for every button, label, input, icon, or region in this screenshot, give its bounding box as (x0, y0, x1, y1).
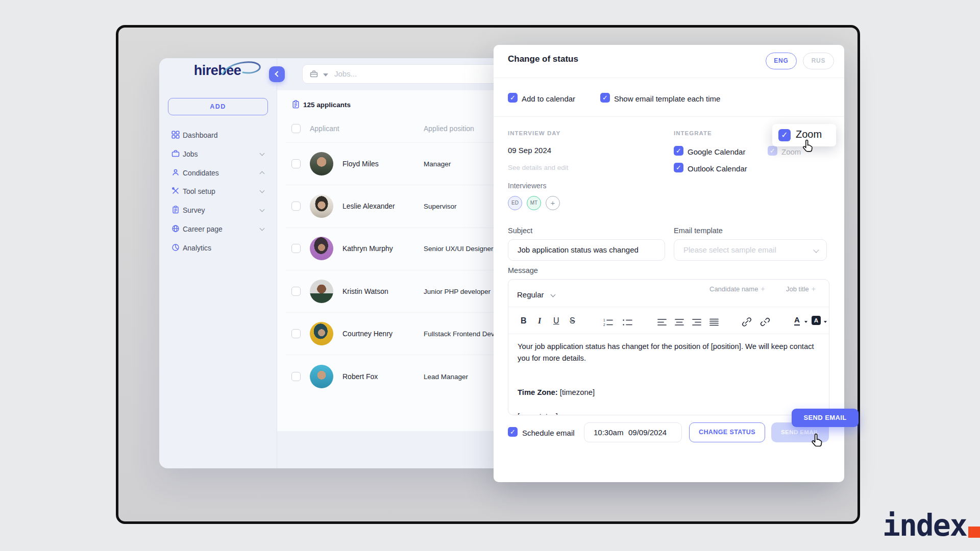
row-checkbox[interactable] (291, 159, 301, 168)
sidebar-item-label: Dashboard (183, 131, 218, 139)
unlink-icon[interactable] (760, 316, 771, 330)
sidebar-item-label: Condidates (183, 169, 219, 177)
interview-day-heading: INTERVIEW DAY (508, 130, 560, 136)
svg-text:1: 1 (603, 318, 605, 322)
chevron-down-icon (260, 151, 265, 156)
hirebee-logo: hirebee (172, 60, 263, 81)
schedule-email-label: Schedule email (522, 429, 575, 437)
timezone-label: Time Zone: (518, 388, 558, 396)
sidebar-item-analytics[interactable]: Analytics (168, 240, 271, 256)
add-interviewer-button[interactable]: + (546, 196, 560, 210)
chevron-down-icon (260, 188, 265, 193)
row-checkbox[interactable] (291, 372, 301, 381)
plus-icon: + (812, 285, 816, 293)
sidebar-item-dashboard[interactable]: Dashboard (168, 128, 271, 143)
schedule-date-value: 09/09/2024 (628, 428, 667, 437)
interview-date: 09 Sep 2024 (508, 146, 551, 155)
align-left-icon[interactable] (657, 318, 667, 328)
search-category-dropdown-icon[interactable] (323, 73, 328, 77)
row-checkbox[interactable] (291, 287, 301, 296)
insert-candidate-name-button[interactable]: Candidate name+ (709, 285, 765, 293)
italic-button[interactable]: I (538, 316, 541, 325)
sidebar-item-survey[interactable]: Survey (168, 203, 271, 218)
applied-position: Supervisor (424, 203, 457, 210)
underline-button[interactable]: U (553, 316, 559, 325)
highlight-color-button[interactable]: A (812, 316, 821, 325)
briefcase-icon (172, 149, 180, 160)
subject-input[interactable]: Job application status was changed (508, 239, 665, 261)
zoom-tooltip-checkbox[interactable]: ✓ (778, 129, 791, 141)
applicant-name: Kristin Watson (342, 287, 388, 295)
text-color-button[interactable]: A (794, 315, 800, 325)
applied-position: Manager (424, 160, 451, 168)
add-to-calendar-checkbox[interactable]: ✓ (508, 93, 518, 103)
see-details-link[interactable]: See details and edit (508, 164, 569, 171)
message-body[interactable]: Your job application status has changet … (508, 335, 829, 415)
tools-icon (172, 187, 180, 197)
column-header-applicant[interactable]: Applicant (310, 124, 339, 133)
sidebar-item-label: Career page (183, 225, 223, 233)
show-template-label: Show email template each time (614, 94, 720, 103)
sidebar-collapse-button[interactable] (269, 66, 285, 82)
insert-job-title-button[interactable]: Job title+ (786, 285, 816, 293)
email-template-label: Email template (674, 227, 723, 235)
interviewer-chip-ed[interactable]: ED (508, 196, 522, 210)
lang-eng-button[interactable]: ENG (766, 53, 797, 69)
divider (494, 78, 844, 78)
align-justify-icon[interactable] (709, 318, 719, 328)
add-button[interactable]: ADD (168, 98, 268, 115)
strikethrough-button[interactable]: S (570, 316, 575, 325)
grid-icon (172, 131, 180, 141)
insert-chip-label: Candidate name (709, 285, 758, 293)
sidebar-item-candidates[interactable]: Condidates (168, 165, 271, 181)
link-icon[interactable] (741, 316, 752, 330)
change-status-button[interactable]: CHANGE STATUS (689, 422, 765, 442)
row-checkbox[interactable] (291, 244, 301, 253)
google-calendar-label: Google Calendar (688, 147, 745, 156)
bullet-list-icon[interactable] (623, 318, 632, 329)
align-center-icon[interactable] (675, 318, 684, 328)
divider (508, 334, 829, 334)
clipboard-icon (172, 206, 180, 216)
avatar (310, 237, 333, 260)
schedule-datetime-input[interactable]: 10:30am 09/09/2024 (584, 422, 682, 442)
highlight-color-label: A (814, 317, 818, 323)
avatar (310, 365, 333, 388)
chevron-left-icon (275, 71, 280, 77)
schedule-email-checkbox[interactable]: ✓ (508, 427, 518, 437)
briefcase-icon (310, 70, 318, 80)
row-checkbox[interactable] (291, 202, 301, 211)
chevron-down-icon (813, 247, 819, 253)
row-checkbox[interactable] (291, 329, 301, 338)
zoom-checkbox[interactable]: ✓ (768, 146, 777, 156)
sidebar-item-label: Survey (183, 206, 205, 214)
sidebar-item-tool-setup[interactable]: Tool setup (168, 184, 271, 199)
sidebar-item-label: Jobs (183, 150, 198, 158)
align-right-icon[interactable] (692, 318, 701, 328)
email-template-select[interactable]: Please select sample email (674, 239, 827, 261)
show-template-checkbox[interactable]: ✓ (600, 93, 610, 103)
ordered-list-icon[interactable]: 1 2 (603, 318, 613, 329)
select-all-checkbox[interactable] (291, 124, 301, 133)
plus-icon: + (761, 285, 765, 293)
add-to-calendar-label: Add to calendar (522, 94, 575, 103)
message-paragraph: Your job application status has changet … (518, 341, 820, 364)
person-icon (172, 168, 180, 179)
divider (508, 307, 829, 307)
outlook-calendar-checkbox[interactable]: ✓ (674, 163, 683, 172)
subject-label: Subject (508, 227, 532, 235)
send-email-magnified-button[interactable]: SEND EMAIL (792, 409, 859, 427)
search-input[interactable]: Jobs... (334, 69, 357, 78)
sidebar-item-career-page[interactable]: Career page (168, 221, 271, 237)
paragraph-style-value: Regular (517, 290, 544, 299)
paragraph-style-dropdown[interactable]: Regular (517, 290, 555, 299)
column-header-applied-position[interactable]: Applied position (424, 124, 474, 133)
sidebar-item-jobs[interactable]: Jobs (168, 146, 271, 162)
lang-rus-button[interactable]: RUS (803, 53, 834, 69)
outlook-calendar-label: Outlook Calendar (688, 164, 747, 173)
interviewer-chip-mt[interactable]: MT (527, 196, 541, 210)
google-calendar-checkbox[interactable]: ✓ (674, 146, 683, 156)
bold-button[interactable]: B (521, 316, 527, 325)
applicant-name: Kathryn Murphy (342, 244, 393, 253)
timezone-line: Time Zone: [timezone] (518, 387, 820, 398)
